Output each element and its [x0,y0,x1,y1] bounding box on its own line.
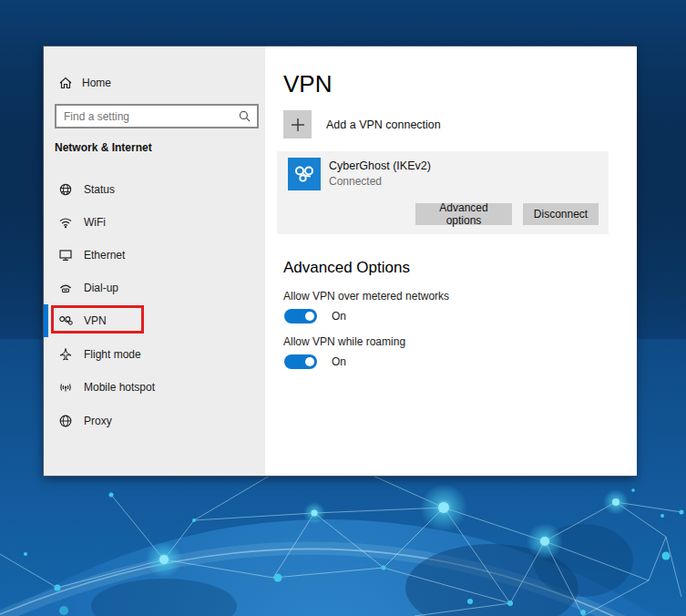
vpn-connection-card[interactable]: CyberGhost (IKEv2) Connected Advanced op… [277,151,609,234]
home-icon [58,76,73,90]
add-vpn-label: Add a VPN connection [326,118,441,131]
sidebar-item-label: Status [84,183,115,196]
sidebar-home-label: Home [82,77,111,89]
toggle-state-label: On [332,355,346,368]
ethernet-icon [58,248,73,262]
dialup-phone-icon [58,281,73,295]
connection-status: Connected [329,175,382,188]
sidebar-item-ethernet[interactable]: Ethernet [44,239,265,272]
sidebar-item-mobile-hotspot[interactable]: Mobile hotspot [44,371,265,404]
toggle-knob [305,312,314,321]
flight-mode-icon [58,347,73,362]
page-title: VPN [283,70,332,98]
sidebar-item-label: Flight mode [84,348,141,361]
search-icon[interactable] [235,110,253,122]
roaming-toggle-label: Allow VPN while roaming [283,335,405,348]
vpn-icon [58,314,73,327]
proxy-globe-icon [58,414,73,428]
vpn-settings-pane: VPN Add a VPN connection CyberGhost (IKE… [265,46,637,476]
connection-name: CyberGhost (IKEv2) [329,159,431,172]
settings-window: Home Network & Internet Status WiFi [43,46,636,477]
sidebar-item-status[interactable]: Status [44,173,265,206]
sidebar-item-label: Dial-up [84,282,118,294]
mobile-hotspot-icon [58,380,73,395]
selected-indicator [44,304,48,337]
sidebar-item-flight-mode[interactable]: Flight mode [44,338,265,371]
add-vpn-connection-button[interactable]: Add a VPN connection [283,110,441,139]
sidebar-item-dialup[interactable]: Dial-up [44,272,265,304]
advanced-options-button[interactable]: Advanced options [415,203,512,225]
sidebar-section-header: Network & Internet [55,141,152,154]
sidebar-item-wifi[interactable]: WiFi [44,206,265,239]
sidebar-item-label: Proxy [84,415,112,427]
vpn-connection-icon [288,158,321,190]
advanced-options-heading: Advanced Options [283,259,410,277]
sidebar: Home Network & Internet Status WiFi [44,46,265,476]
roaming-toggle[interactable] [284,354,317,369]
status-globe-icon [58,182,73,197]
metered-networks-toggle[interactable] [284,309,317,323]
sidebar-item-proxy[interactable]: Proxy [44,405,265,437]
sidebar-item-label: Mobile hotspot [84,381,155,394]
search-input[interactable] [56,110,235,123]
sidebar-item-label: VPN [84,314,107,327]
search-box[interactable] [55,104,259,128]
sidebar-item-label: WiFi [84,216,106,229]
plus-icon[interactable] [283,110,312,139]
roaming-toggle-row: On [284,354,346,369]
metered-networks-toggle-row: On [284,309,346,323]
metered-networks-toggle-label: Allow VPN over metered networks [283,290,449,303]
sidebar-item-vpn[interactable]: VPN [44,304,265,337]
sidebar-item-home[interactable]: Home [58,73,111,93]
sidebar-item-label: Ethernet [84,249,125,262]
disconnect-button[interactable]: Disconnect [523,203,599,225]
wifi-icon [58,215,73,230]
toggle-state-label: On [332,310,346,323]
toggle-knob [305,357,314,366]
